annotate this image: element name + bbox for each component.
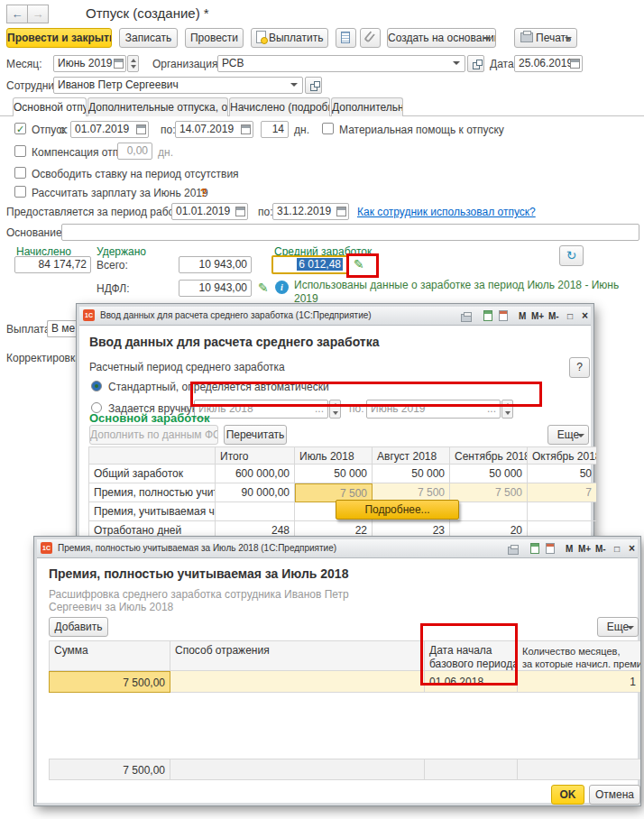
calendar-icon[interactable] bbox=[136, 124, 146, 134]
calendar-icon[interactable] bbox=[114, 59, 124, 69]
table-cell[interactable] bbox=[450, 502, 528, 521]
close-icon[interactable]: × bbox=[582, 309, 588, 323]
reason-input[interactable] bbox=[61, 224, 639, 241]
cancel-button[interactable]: Отмена bbox=[589, 785, 640, 805]
dialog-titlebar[interactable]: 1С Премия, полностью учитываемая за Июль… bbox=[37, 539, 638, 558]
tab-additional-vacations[interactable]: Дополнительные отпуска, отгулы bbox=[87, 97, 228, 116]
calendar-icon[interactable] bbox=[570, 59, 580, 69]
table-cell[interactable]: Премия, учитываемая частично bbox=[88, 502, 216, 521]
col-header-sep2018[interactable]: Сентябрь 2018 bbox=[450, 446, 528, 465]
open-organization-icon[interactable] bbox=[467, 55, 484, 72]
date-label: Дата: bbox=[490, 58, 517, 70]
nav-back-button[interactable]: ← bbox=[6, 5, 28, 23]
table-cell[interactable]: 7 bbox=[528, 483, 596, 502]
radio-standard-period[interactable] bbox=[91, 381, 102, 391]
calc-salary-checkbox[interactable] bbox=[14, 186, 26, 198]
table-cell[interactable]: 50 000 bbox=[295, 465, 373, 483]
tab-main-vacation[interactable]: Основной отпуск bbox=[13, 97, 87, 116]
fill-from-fot-button[interactable]: Дополнить по данным ФОТ bbox=[89, 425, 218, 445]
table-cell[interactable]: 600 000,00 bbox=[216, 465, 295, 483]
organization-input[interactable]: РСВ bbox=[217, 55, 465, 72]
attachments-button[interactable] bbox=[360, 28, 381, 48]
add-button[interactable]: Добавить bbox=[49, 617, 108, 637]
table-cell[interactable]: 50 000 bbox=[450, 465, 528, 483]
scale-m-minus-button[interactable]: M- bbox=[595, 542, 606, 556]
payment-input[interactable]: В ме bbox=[47, 320, 78, 337]
pay-button[interactable]: Выплатить bbox=[251, 28, 328, 48]
employee-input[interactable]: Иванов Петр Сергеевич bbox=[53, 77, 303, 94]
help-button[interactable]: ? bbox=[569, 357, 590, 378]
table-cell[interactable]: 7 500 bbox=[450, 483, 528, 502]
col-header-method[interactable]: Способ отражения bbox=[170, 640, 425, 671]
scale-m-minus-button[interactable]: M- bbox=[548, 309, 559, 323]
table-cell[interactable]: 50 000 bbox=[373, 465, 450, 483]
table-cell[interactable] bbox=[216, 502, 295, 521]
chevron-down-icon bbox=[627, 626, 634, 630]
calendar-icon[interactable] bbox=[499, 310, 508, 321]
table-cell[interactable]: Общий заработок bbox=[88, 465, 216, 483]
vacation-usage-link[interactable]: Как сотрудник использовал отпуск? bbox=[357, 206, 536, 218]
ndfl-input[interactable]: 10 943,00 bbox=[179, 280, 252, 297]
col-header-oct2018[interactable]: Октябрь 2018 bbox=[528, 446, 596, 465]
tab-additional[interactable]: Дополнительно bbox=[331, 97, 403, 116]
table-cell[interactable]: 90 000,00 bbox=[216, 483, 295, 502]
col-header-months[interactable]: Количество месяцев, за которые начисл. п… bbox=[518, 640, 640, 671]
post-button[interactable]: Провести bbox=[185, 28, 244, 48]
calculator-icon[interactable] bbox=[483, 310, 492, 321]
scale-m-button[interactable]: M bbox=[519, 309, 526, 323]
col-header-total[interactable]: Итого bbox=[216, 446, 295, 465]
dialog-titlebar[interactable]: 1С Ввод данных для расчета среднего зара… bbox=[79, 307, 591, 326]
vacation-days-input[interactable]: 14 bbox=[261, 121, 289, 138]
calendar-icon[interactable] bbox=[546, 543, 555, 554]
tab-accrued-detail[interactable]: Начислено (подробно) bbox=[229, 97, 330, 116]
maximize-icon[interactable]: □ bbox=[614, 542, 620, 556]
vacation-checkbox[interactable]: ✓ bbox=[14, 123, 26, 134]
save-button[interactable]: Записать bbox=[119, 28, 178, 48]
print-button[interactable]: Печать bbox=[514, 28, 577, 48]
post-and-close-button[interactable]: Провести и закрыть bbox=[6, 28, 112, 48]
withheld-total-input[interactable]: 10 943,00 bbox=[179, 256, 252, 273]
more-button[interactable]: Еще bbox=[547, 425, 589, 445]
avg-earnings-input[interactable]: 6 012,48 bbox=[271, 255, 348, 274]
table-cell[interactable] bbox=[528, 502, 596, 521]
scale-m-button[interactable]: M bbox=[566, 542, 573, 556]
details-tooltip-button[interactable]: Подробнее... bbox=[336, 500, 459, 520]
col-header-aug2018[interactable]: Август 2018 bbox=[373, 446, 450, 465]
maximize-icon[interactable]: □ bbox=[567, 309, 573, 323]
month-stepper[interactable] bbox=[127, 55, 139, 72]
table-cell[interactable]: Премия, полностью учитываемая bbox=[88, 483, 216, 502]
premium-months-cell[interactable]: 1 bbox=[518, 671, 640, 693]
print-icon[interactable] bbox=[508, 547, 519, 555]
close-icon[interactable]: × bbox=[629, 542, 635, 556]
chevron-down-icon[interactable] bbox=[290, 83, 298, 87]
calc-salary-help-icon[interactable]: ? bbox=[200, 187, 207, 199]
compensation-days-input[interactable]: 0,00 bbox=[117, 143, 152, 160]
refresh-button[interactable]: ↻ bbox=[559, 245, 584, 266]
calendar-icon[interactable] bbox=[241, 124, 251, 134]
table-cell[interactable]: 50 bbox=[528, 465, 596, 483]
print-icon[interactable] bbox=[461, 314, 472, 322]
col-header-sum[interactable]: Сумма bbox=[49, 640, 170, 671]
scale-m-plus-button[interactable]: M+ bbox=[578, 542, 591, 556]
col-header-jul2018[interactable]: Июль 2018 bbox=[295, 446, 373, 465]
material-help-checkbox[interactable] bbox=[322, 123, 334, 134]
premium-sum-cell[interactable]: 7 500,00 bbox=[49, 671, 170, 693]
premium-method-cell[interactable] bbox=[170, 671, 425, 693]
scale-m-plus-button[interactable]: M+ bbox=[531, 309, 544, 323]
nav-forward-button[interactable]: → bbox=[27, 5, 49, 23]
col-header-empty[interactable] bbox=[88, 446, 216, 465]
accrued-value-input[interactable]: 84 174,72 bbox=[14, 256, 91, 273]
more-button[interactable]: Еще bbox=[597, 617, 639, 637]
calculator-icon[interactable] bbox=[530, 543, 539, 554]
calendar-icon[interactable] bbox=[336, 207, 346, 216]
open-employee-icon[interactable] bbox=[305, 77, 322, 94]
free-rate-checkbox[interactable] bbox=[14, 167, 26, 179]
create-based-on-button[interactable]: Создать на основании bbox=[387, 28, 496, 48]
ok-button[interactable]: OK bbox=[551, 785, 584, 805]
report-button[interactable] bbox=[336, 28, 356, 48]
calendar-icon[interactable] bbox=[235, 207, 245, 216]
compensation-checkbox[interactable] bbox=[14, 145, 26, 157]
reread-button[interactable]: Перечитать bbox=[224, 425, 287, 445]
edit-ndfl-pencil-icon[interactable]: ✎ bbox=[258, 281, 269, 294]
chevron-down-icon[interactable] bbox=[453, 61, 460, 65]
